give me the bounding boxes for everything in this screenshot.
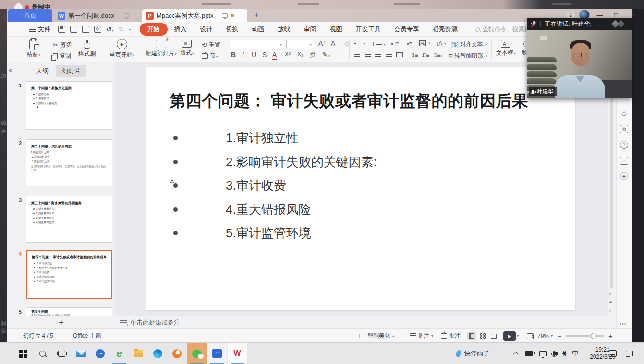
zoom-level[interactable]: 79%▾ <box>537 329 553 343</box>
layout-button[interactable]: 版式▾ <box>180 40 194 57</box>
store-icon[interactable]: ⌂ <box>620 157 628 165</box>
cut-button[interactable]: ✂ 剪切 <box>53 41 72 49</box>
microphone-icon[interactable] <box>553 351 556 356</box>
redo-icon[interactable]: ↻ <box>119 25 124 33</box>
align-text-button[interactable]: [⇅]对齐文本▾ <box>451 40 487 49</box>
battery-icon[interactable] <box>525 351 533 356</box>
mic-muted-icon[interactable] <box>531 21 536 28</box>
tab-docx[interactable]: W 第一个问题.docx <box>54 9 139 22</box>
file-menu[interactable]: 文件 <box>29 25 50 34</box>
decrease-font-icon[interactable]: A⁻ <box>331 39 339 47</box>
theme-name[interactable]: Office 主题 <box>66 329 101 343</box>
task-view-button[interactable] <box>52 343 71 364</box>
textbox-button[interactable]: A≡ 文本框▾ <box>496 40 516 57</box>
col-spacing-icon[interactable]: ⇵≡ <box>422 52 429 59</box>
slide-bullet-5[interactable]: 5.审计监管环境 <box>170 225 311 242</box>
sticky-notes-button[interactable] <box>609 343 617 364</box>
slide-thumbnail-2[interactable]: 第二个问题：成长的乐与愁 1.高速成长之因 2.高速成长之愁 3.高速成长之实 … <box>26 139 112 186</box>
reading-view-button[interactable] <box>489 332 498 340</box>
location-icon[interactable]: ◈ <box>620 172 628 180</box>
slide-bullet-1[interactable]: 1.审计独立性 <box>170 130 299 146</box>
tab-pptx-active[interactable]: P Mpacc案例大赛.pptx <box>142 9 247 22</box>
font-color-button[interactable]: A <box>272 51 277 60</box>
phonetic-guide-button[interactable]: 拼 <box>310 51 316 59</box>
sogou-browser-button[interactable] <box>167 343 186 364</box>
slide-thumbnail-4-selected[interactable]: 第四个问题： 审计失败或者审计监督的的前因后果 1.审计独立性 2.影响审计失败… <box>26 250 112 299</box>
subscript-button[interactable]: X₂ <box>297 51 304 58</box>
qat-dropdown-icon[interactable]: ▾ <box>129 27 131 32</box>
sparkle-star-icon[interactable]: ✩ <box>620 109 628 118</box>
paste-button[interactable]: 粘贴▾ <box>26 39 40 59</box>
font-family-select[interactable] <box>230 40 284 49</box>
window-count-badge[interactable]: 2 <box>566 12 575 19</box>
tab-devtools[interactable]: 开发工具 <box>349 23 388 36</box>
prev-slide-icon[interactable]: ≛ <box>609 300 613 305</box>
output-icon[interactable] <box>70 26 77 33</box>
to-smartart-button[interactable]: ⊡转智能图形▾ <box>448 52 487 60</box>
tab-animation[interactable]: 动画 <box>245 23 271 36</box>
more-tools-icon[interactable]: ••• <box>620 321 627 327</box>
slide-title[interactable]: 第四个问题： 审计失败或者审计监督的的前因后果 <box>170 90 554 112</box>
tab-slideshow[interactable]: 放映 <box>271 23 297 36</box>
notes-bar[interactable]: 单击此处添加备注 <box>115 316 616 328</box>
help-icon[interactable]: ? <box>620 141 628 149</box>
superscript-button[interactable]: X² <box>285 51 291 58</box>
new-slide-button[interactable]: 新建幻灯片▾ <box>146 40 177 58</box>
align-left-icon[interactable] <box>354 52 360 57</box>
zoom-slider[interactable] <box>566 329 604 343</box>
zoom-in-button[interactable]: + <box>608 329 613 343</box>
strikethrough-button[interactable]: S <box>262 51 267 59</box>
meeting-app-button[interactable]: ⌃ <box>207 343 227 364</box>
collapse-panel-button[interactable]: « <box>9 66 12 73</box>
line-spacing-icon[interactable]: ⇕≡▾ <box>433 52 442 59</box>
increase-indent-icon[interactable]: ⇥≡ <box>404 40 412 47</box>
hidden-icons-chevron[interactable] <box>513 352 518 357</box>
play-from-current-button[interactable]: ▶ 当页开始▾ <box>109 39 135 59</box>
file-explorer-button[interactable] <box>129 343 148 364</box>
align-center-icon[interactable] <box>365 52 371 57</box>
layers-icon[interactable]: ⧉ <box>620 125 628 133</box>
justify-icon[interactable] <box>386 52 392 57</box>
scroll-up-icon[interactable]: ▿ <box>609 292 611 297</box>
fit-slide-button[interactable] <box>527 329 534 343</box>
char-border-button[interactable]: AB▾ <box>419 40 430 46</box>
next-slide-icon[interactable]: ▿ <box>609 308 611 313</box>
current-slide[interactable]: 第四个问题： 审计失败或者审计监督的的前因后果 1.审计独立性 2.影响审计失败… <box>146 67 575 310</box>
tab-design[interactable]: 设计 <box>194 23 219 36</box>
align-right-icon[interactable] <box>375 52 381 57</box>
tab-insert[interactable]: 插入 <box>168 23 194 36</box>
slide-bullet-2[interactable]: 2.影响审计失败的关键因素: <box>170 154 377 170</box>
print-preview-icon[interactable] <box>94 26 101 33</box>
mail-app-button[interactable] <box>71 343 90 364</box>
play-options-icon[interactable]: ▾ <box>517 334 519 338</box>
slide-bullet-3[interactable]: 3.审计收费 <box>170 177 286 194</box>
tab-review[interactable]: 审阅 <box>297 23 323 36</box>
comments-button[interactable]: 批注 <box>441 329 461 343</box>
home-tab[interactable]: 首页 <box>8 9 52 22</box>
slide-thumbnail-3[interactable]: 第三个问题：财务舞弊的扑朔迷离 1.财务舞弊之实？ 2.财务舞弊动因 3.财务舞… <box>26 196 112 243</box>
taskbar-search-button[interactable] <box>33 343 52 364</box>
tab-member[interactable]: 会员专享 <box>388 23 426 36</box>
save-icon[interactable] <box>58 26 65 33</box>
highlight-pen-icon[interactable]: ✎▾ <box>322 51 330 59</box>
outline-tab[interactable]: 大纲 <box>30 65 54 77</box>
tab-view[interactable]: 视图 <box>323 23 349 36</box>
display-icon[interactable] <box>539 351 547 356</box>
ime-indicator[interactable]: 中 <box>572 349 579 358</box>
print-icon[interactable] <box>82 26 89 33</box>
format-painter-button[interactable]: 格式刷 <box>78 40 96 58</box>
slide-bullet-4[interactable]: 4.重大错报风险 <box>170 201 311 218</box>
italic-button[interactable]: I <box>242 51 244 59</box>
text-direction-button[interactable]: ↕A▾ <box>436 40 446 47</box>
underline-button[interactable]: U <box>252 51 256 59</box>
beautify-button[interactable]: 智能美化▴ <box>359 329 394 343</box>
weather-widget[interactable]: 快停雨了 <box>456 343 489 364</box>
tab-transition[interactable]: 切换 <box>219 23 245 36</box>
action-center-button[interactable] <box>626 343 633 364</box>
wps-app-button[interactable]: W <box>228 343 247 364</box>
clock-app-button[interactable] <box>90 343 109 364</box>
decrease-indent-icon[interactable]: ⇤≡ <box>391 40 398 47</box>
start-button[interactable] <box>13 343 33 364</box>
zoom-out-button[interactable]: − <box>558 329 562 343</box>
numbered-list-button[interactable]: ⒈—▾ <box>371 40 386 49</box>
